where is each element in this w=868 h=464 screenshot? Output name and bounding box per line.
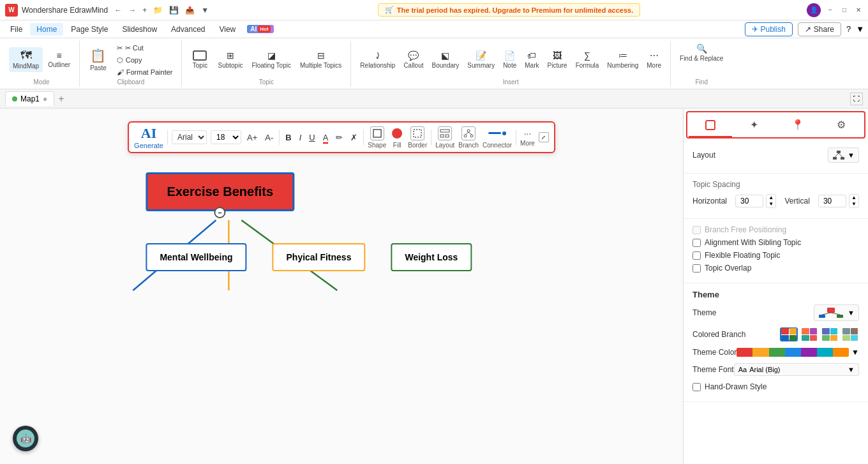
share-button[interactable]: ↗Share	[798, 22, 841, 36]
help-dropdown-btn[interactable]: ▼	[856, 24, 864, 34]
note-btn[interactable]: 📄 Note	[499, 48, 520, 71]
copy-btn[interactable]: ⬡ Copy	[113, 55, 177, 66]
formula-btn[interactable]: ∑ Formula	[572, 48, 603, 71]
flexible-checkbox[interactable]	[692, 251, 701, 260]
fill-btn[interactable]	[390, 126, 404, 140]
floating-toolbar: AI Generate Arial 18 A+ A- B I U A ✏ ✗	[128, 121, 555, 153]
alignment-checkbox[interactable]	[692, 239, 701, 247]
branch-weight-loss[interactable]: Weight Loss	[391, 243, 472, 271]
canvas[interactable]: AI Generate Arial 18 A+ A- B I U A ✏ ✗	[0, 109, 683, 464]
callout-btn[interactable]: 💬 Callout	[400, 48, 427, 71]
svg-rect-4	[445, 135, 449, 137]
save-btn[interactable]: 💾	[167, 4, 181, 16]
menu-ai[interactable]: AI Hot	[243, 25, 277, 33]
horizontal-up[interactable]: ▲	[767, 195, 775, 201]
tab-ai[interactable]: ✦	[732, 114, 775, 136]
subtopic-btn[interactable]: ⊞ Subtopic	[214, 48, 246, 71]
italic-btn[interactable]: I	[297, 131, 304, 144]
vertical-down[interactable]: ▼	[849, 201, 858, 207]
increase-font-btn[interactable]: A+	[245, 131, 259, 144]
nav-controls: ← → + 📁 💾 📤 ▼	[112, 4, 211, 16]
overlap-checkbox[interactable]	[692, 264, 701, 273]
tab-location[interactable]: 📍	[776, 114, 819, 136]
summary-btn[interactable]: 📝 Summary	[463, 48, 498, 71]
connector-btn[interactable]	[490, 126, 504, 140]
ft-fill-group: Fill	[390, 126, 404, 149]
horizontal-input[interactable]	[735, 195, 763, 207]
topic-btn[interactable]: Topic	[187, 48, 213, 71]
more-insert-btn[interactable]: ⋯ More	[643, 48, 665, 71]
find-replace-btn[interactable]: 🔍 Find & Replace	[676, 41, 727, 64]
branch-free-checkbox[interactable]	[692, 226, 701, 234]
more-nav-btn[interactable]: ▼	[198, 4, 211, 16]
vertical-input[interactable]	[818, 195, 846, 207]
shape-btn[interactable]	[370, 126, 384, 140]
cb-option-4[interactable]	[841, 327, 859, 341]
highlight-btn[interactable]: ✏	[334, 131, 345, 144]
branch-btn[interactable]	[461, 126, 475, 140]
maximize-btn[interactable]: □	[840, 6, 849, 15]
layout-dropdown[interactable]: ▼	[828, 147, 859, 163]
more-formatting-btn[interactable]: ···	[524, 128, 532, 138]
theme-color-bar[interactable]	[737, 348, 849, 357]
floating-topic-btn[interactable]: ◪ Floating Topic	[248, 48, 295, 71]
minimize-btn[interactable]: −	[826, 6, 835, 15]
cb-option-2[interactable]	[800, 327, 818, 341]
menu-advanced[interactable]: Advanced	[165, 23, 211, 36]
border-btn[interactable]	[410, 126, 424, 140]
vertical-up[interactable]: ▲	[849, 195, 858, 201]
bold-btn[interactable]: B	[283, 131, 293, 144]
menu-slideshow[interactable]: Slideshow	[116, 23, 163, 36]
mindmap-btn[interactable]: 🗺 MindMap	[9, 47, 43, 72]
ai-generate-btn[interactable]: AI	[141, 125, 156, 142]
numbering-btn[interactable]: ≔ Numbering	[603, 48, 642, 71]
nav-back-btn[interactable]: ←	[112, 4, 124, 16]
new-tab-btn[interactable]: +	[140, 4, 149, 16]
font-size-select[interactable]: 18	[211, 130, 241, 144]
tab-style[interactable]	[689, 114, 732, 137]
cb-option-1[interactable]	[780, 327, 798, 341]
layout-btn[interactable]	[438, 126, 452, 140]
publish-button[interactable]: ✈Publish	[745, 22, 793, 36]
mark-btn[interactable]: 🏷 Mark	[521, 48, 542, 71]
theme-font-select[interactable]: Aa Arial (Big) ▼	[734, 363, 859, 376]
nav-forward-btn[interactable]: →	[126, 4, 138, 16]
fullscreen-btn[interactable]: ⛶	[850, 93, 863, 105]
theme-color-dropdown[interactable]: ▼	[851, 348, 859, 357]
central-node[interactable]: Exercise Benefits −	[146, 172, 294, 211]
relationship-btn[interactable]: ⤸ Relationship	[356, 48, 399, 71]
branch-mental-wellbeing[interactable]: Mental Wellbeing	[146, 243, 246, 271]
tab-map1[interactable]: Map1 ●	[5, 91, 54, 106]
user-avatar[interactable]: 👤	[807, 3, 821, 17]
add-tab-btn[interactable]: +	[56, 93, 66, 105]
outliner-btn[interactable]: ≡ Outliner	[44, 49, 74, 71]
export-btn[interactable]: 📤	[183, 4, 197, 16]
help-btn[interactable]: ?	[846, 24, 851, 34]
clear-format-btn[interactable]: ✗	[348, 131, 359, 144]
tab-settings[interactable]: ⚙	[819, 114, 863, 136]
menu-home[interactable]: Home	[30, 23, 63, 36]
boundary-btn[interactable]: ⬕ Boundary	[428, 48, 463, 71]
cut-btn[interactable]: ✂ ✂ Cut	[113, 43, 177, 54]
menu-page-style[interactable]: Page Style	[64, 23, 114, 36]
underline-btn[interactable]: U	[307, 131, 317, 144]
menu-file[interactable]: File	[4, 23, 29, 36]
format-painter-btn[interactable]: 🖌 Format Painter	[113, 67, 177, 77]
horizontal-down[interactable]: ▼	[767, 201, 775, 207]
expand-toolbar-btn[interactable]: ⤢	[539, 132, 549, 142]
decrease-font-btn[interactable]: A-	[263, 131, 275, 144]
picture-btn[interactable]: 🖼 Picture	[544, 48, 571, 71]
cb-option-3[interactable]	[821, 327, 839, 341]
theme-dropdown[interactable]: ▼	[814, 304, 859, 321]
open-folder-btn[interactable]: 📁	[151, 4, 165, 16]
paste-btn[interactable]: 📋 Paste	[85, 41, 112, 79]
menu-view[interactable]: View	[213, 23, 242, 36]
branch-physical-fitness[interactable]: Phyical Fitness	[272, 243, 365, 271]
multiple-topics-btn[interactable]: ⊟ Multiple Topics	[296, 48, 345, 71]
font-color-btn[interactable]: A	[321, 131, 331, 144]
collapse-btn[interactable]: −	[214, 207, 226, 218]
font-family-select[interactable]: Arial	[172, 130, 207, 144]
hand-drawn-checkbox[interactable]	[692, 383, 701, 391]
close-btn[interactable]: ✕	[854, 6, 863, 15]
bottom-help-avatar[interactable]: 🤖	[13, 426, 38, 451]
